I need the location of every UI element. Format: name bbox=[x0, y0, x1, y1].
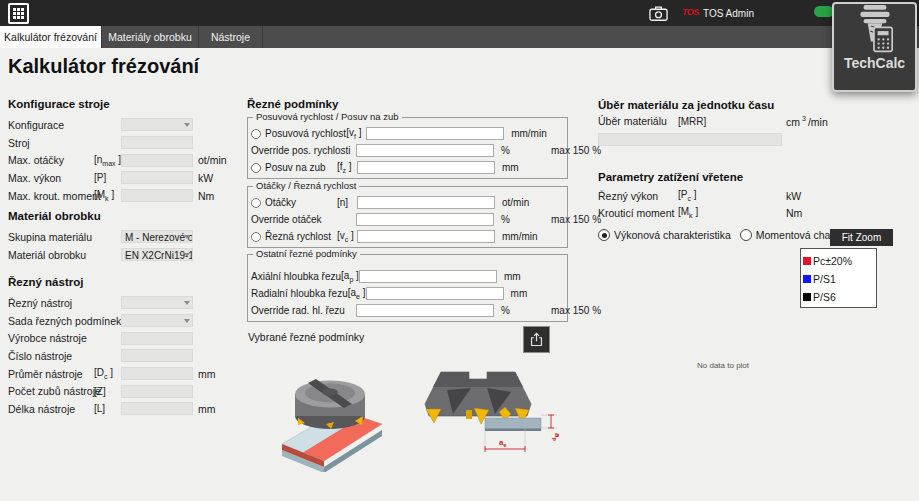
field-label: Krouticí moment bbox=[598, 207, 678, 219]
techcalc-launcher[interactable]: TechCalc bbox=[832, 2, 917, 92]
form-row: Posuv na zub [fz ] mm bbox=[248, 159, 567, 176]
top-app-bar: TOS TOS Admin bbox=[0, 0, 919, 26]
form-row: Číslo nástroje bbox=[8, 347, 240, 365]
max-note: max 150 % bbox=[543, 305, 601, 316]
section-header: Úběr materiálu za jednotku času bbox=[598, 99, 774, 111]
max-note: max 150 % bbox=[543, 145, 601, 156]
symbol: [vc ] bbox=[337, 230, 357, 243]
section-header: Řezné podmínky bbox=[247, 98, 338, 110]
unit-label: mm bbox=[193, 403, 240, 415]
rpm-input[interactable] bbox=[357, 196, 495, 209]
mrr-value-field bbox=[598, 133, 782, 146]
unit-label: Nm bbox=[786, 207, 908, 219]
unit-label: ot/min bbox=[193, 154, 240, 166]
axial-depth-input[interactable] bbox=[359, 270, 497, 283]
page-title: Kalkulátor frézování bbox=[8, 55, 199, 78]
tab-milling-calculator[interactable]: Kalkulátor frézování bbox=[0, 26, 102, 48]
field-label: Skupina materiálu bbox=[8, 231, 94, 243]
tool-diameter-field bbox=[121, 367, 193, 380]
tool-length-field bbox=[121, 402, 193, 415]
form-row: Výrobce nástroje bbox=[8, 329, 240, 347]
feed-rate-input[interactable] bbox=[366, 127, 504, 140]
export-conditions-button[interactable] bbox=[523, 326, 550, 353]
field-label: Axiální hloubka řezu bbox=[251, 271, 341, 282]
form-row: Řezná rychlost [vc ] mm/min bbox=[248, 228, 567, 245]
form-row: Sada řezných podmínek bbox=[8, 312, 240, 330]
radial-depth-input[interactable] bbox=[366, 287, 504, 300]
field-label: Override pos. rychlosti bbox=[251, 145, 356, 156]
power-characteristic-radio[interactable] bbox=[598, 229, 610, 241]
form-row: Override rad. hl. řezu % max 150 % bbox=[248, 302, 567, 319]
form-row: Řezný výkon [Pc ] kW bbox=[598, 188, 908, 203]
group-legend: Posuvová rychlost / Posuv na zub bbox=[253, 111, 402, 122]
radial-override-input[interactable] bbox=[356, 304, 494, 317]
field-label: Posuv na zub bbox=[265, 162, 337, 173]
material-group-dropdown[interactable]: M - Nerezové o bbox=[121, 230, 193, 243]
export-share-icon bbox=[528, 331, 545, 348]
milling-tool-calculator-icon bbox=[852, 4, 898, 54]
form-row: Override otáček % max 150 % bbox=[248, 211, 567, 228]
symbol: [Mk ] bbox=[94, 189, 121, 202]
form-row: Otáčky [n] ot/min bbox=[248, 194, 567, 211]
legend-item: P/S1 bbox=[803, 270, 876, 288]
feed-rate-radio[interactable] bbox=[251, 129, 261, 139]
tos-logo: TOS bbox=[682, 7, 699, 17]
field-label: Radialní hloubka řezu bbox=[251, 288, 348, 299]
user-menu-label[interactable]: TOS Admin bbox=[703, 8, 754, 19]
techcalc-label: TechCalc bbox=[844, 55, 905, 71]
legend-label: P/S1 bbox=[813, 273, 836, 285]
tab-workpiece-materials[interactable]: Materiály obrobku bbox=[102, 26, 199, 48]
workpiece-material-dropdown[interactable]: EN X2CrNi19-1 bbox=[121, 248, 193, 261]
field-label: Posuvová rychlost bbox=[265, 128, 346, 139]
torque-characteristic-radio[interactable] bbox=[740, 229, 752, 241]
section-cutting-tool: Řezný nástroj Řezný nástroj Sada řezných… bbox=[8, 276, 240, 418]
field-label: Max. otáčky bbox=[8, 154, 94, 166]
group-spindle-speed: Otáčky / Řezná rychlost Otáčky [n] ot/mi… bbox=[247, 186, 568, 248]
feed-per-tooth-input[interactable] bbox=[357, 161, 495, 174]
fit-zoom-button[interactable]: Fit Zoom bbox=[830, 229, 893, 246]
power-toggle[interactable] bbox=[814, 6, 834, 17]
feed-per-tooth-radio[interactable] bbox=[251, 163, 261, 173]
field-label: Řezný nástroj bbox=[8, 297, 94, 309]
section-header: Materiál obrobku bbox=[8, 210, 240, 222]
legend-color-swatch bbox=[803, 293, 811, 301]
symbol: [ae ] bbox=[348, 287, 366, 300]
field-label: Číslo nástroje bbox=[8, 350, 94, 362]
app-window: TOS TOS Admin Kalkulátor frézování Mater… bbox=[0, 0, 919, 501]
field-label: Konfigurace bbox=[8, 119, 94, 131]
tool-number-field bbox=[121, 349, 193, 362]
unit-label: % bbox=[494, 305, 543, 316]
form-row: Override pos. rychlosti % max 150 % bbox=[248, 142, 567, 159]
cutting-speed-input[interactable] bbox=[357, 230, 495, 243]
feed-override-input[interactable] bbox=[356, 144, 494, 157]
symbol: [MRR] bbox=[678, 116, 786, 127]
symbol: [ap ] bbox=[341, 270, 359, 283]
field-label: Řezná rychlost bbox=[265, 231, 337, 242]
symbol: [P] bbox=[94, 172, 121, 183]
form-row: Průměr nástroje [Dc ] mm bbox=[8, 365, 240, 383]
form-row: Skupina materiálu M - Nerezové o bbox=[8, 228, 240, 246]
unit-label: kW bbox=[193, 172, 240, 184]
rpm-radio[interactable] bbox=[251, 198, 261, 208]
section-machine-config: Konfigurace stroje Konfigurace Stroj Max… bbox=[8, 98, 240, 204]
unit-label: cm3/min bbox=[786, 115, 908, 128]
conditions-set-dropdown[interactable] bbox=[121, 314, 193, 327]
field-label: Počet zubů nástroje bbox=[8, 385, 94, 397]
camera-icon[interactable] bbox=[649, 5, 668, 24]
field-label: Override rad. hl. řezu bbox=[251, 305, 356, 316]
tool-teeth-field bbox=[121, 385, 193, 398]
configuration-dropdown[interactable] bbox=[121, 118, 193, 131]
max-rpm-field bbox=[121, 154, 193, 167]
tab-bar: Kalkulátor frézování Materiály obrobku N… bbox=[0, 26, 919, 48]
tab-tools[interactable]: Nástroje bbox=[199, 26, 263, 48]
rpm-override-input[interactable] bbox=[356, 213, 494, 226]
section-header: Parametry zatížení vřetene bbox=[598, 171, 743, 183]
symbol: [Mk ] bbox=[678, 206, 786, 219]
cutting-tool-dropdown[interactable] bbox=[121, 296, 193, 309]
unit-label: mm/min bbox=[504, 128, 553, 139]
apps-grid-icon[interactable] bbox=[8, 3, 29, 24]
legend-label: P/S6 bbox=[813, 291, 836, 303]
legend-label: Pc±20% bbox=[813, 255, 852, 267]
group-feed-rate: Posuvová rychlost / Posuv na zub Posuvov… bbox=[247, 117, 568, 179]
cutting-speed-radio[interactable] bbox=[251, 232, 261, 242]
